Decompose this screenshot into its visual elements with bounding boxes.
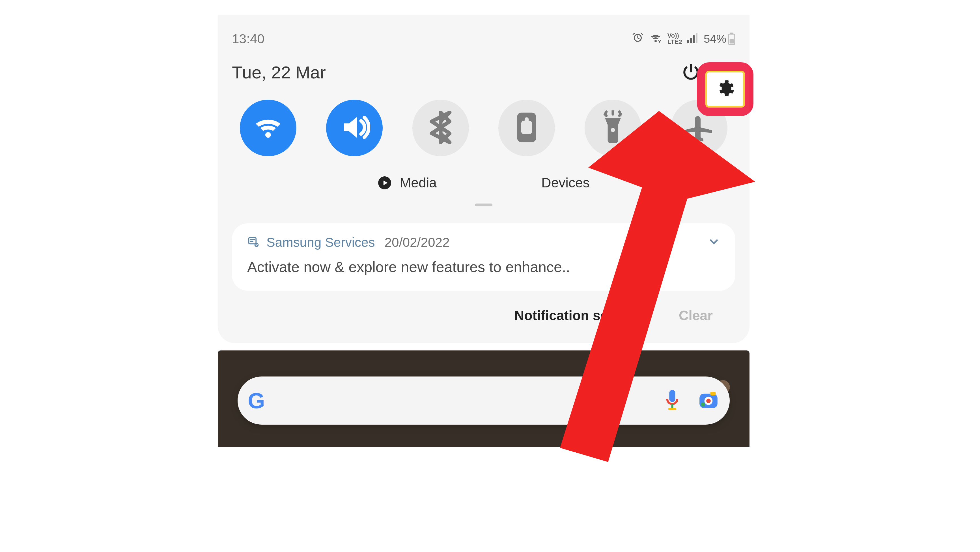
svg-rect-4 xyxy=(696,33,697,43)
toggle-bluetooth[interactable] xyxy=(412,100,469,156)
expand-notification-button[interactable] xyxy=(708,236,720,249)
svg-rect-15 xyxy=(669,390,675,402)
svg-rect-2 xyxy=(690,38,692,43)
notification-date: 20/02/2022 xyxy=(385,235,450,250)
media-label: Media xyxy=(399,175,437,190)
svg-rect-3 xyxy=(693,35,695,43)
rotation-lock-icon xyxy=(514,111,539,145)
volte-indicator: Vo))LTE2 xyxy=(668,33,682,45)
devices-label: Devices xyxy=(541,175,590,190)
shade-actions: Notification settings Clear xyxy=(232,291,735,332)
media-output-button[interactable]: Media xyxy=(377,175,437,190)
play-icon xyxy=(377,176,392,190)
notification-settings-button[interactable]: Notification settings xyxy=(514,308,645,323)
toggle-rotation-lock[interactable] xyxy=(498,100,555,156)
toggle-wifi[interactable] xyxy=(240,100,296,156)
svg-rect-10 xyxy=(525,117,528,123)
svg-rect-1 xyxy=(687,40,689,43)
annotation-highlight xyxy=(697,62,754,116)
bluetooth-icon xyxy=(428,111,453,145)
battery-indicator: 54% xyxy=(704,33,735,45)
clear-notifications-button[interactable]: Clear xyxy=(679,308,713,323)
svg-rect-20 xyxy=(702,403,705,407)
alarm-icon xyxy=(632,31,644,46)
svg-rect-19 xyxy=(710,392,716,396)
status-time: 13:40 xyxy=(232,31,264,46)
lens-button[interactable] xyxy=(697,390,719,411)
app-badge-icon xyxy=(247,236,259,249)
notification-body: Activate now & explore new features to e… xyxy=(247,258,720,276)
flashlight-icon xyxy=(599,110,627,145)
gear-icon xyxy=(715,79,735,100)
svg-point-18 xyxy=(706,399,711,403)
status-bar: 13:40 Vo))LTE2 54% xyxy=(232,29,735,49)
notification-shade: 13:40 Vo))LTE2 54% xyxy=(218,15,749,343)
toggle-sound[interactable] xyxy=(326,100,383,156)
phone-frame: 13:40 Vo))LTE2 54% xyxy=(218,15,749,538)
signal-icon xyxy=(687,31,698,46)
media-devices-row: Media Devices xyxy=(232,175,735,190)
drag-handle[interactable] xyxy=(475,204,492,206)
wifi-icon xyxy=(649,31,662,46)
svg-point-11 xyxy=(611,128,615,132)
svg-rect-7 xyxy=(730,39,734,44)
shade-header: Tue, 22 Mar xyxy=(232,61,735,83)
voice-search-button[interactable] xyxy=(664,389,681,412)
notification-app-name: Samsung Services xyxy=(266,235,375,250)
battery-percent: 54% xyxy=(704,33,726,45)
speaker-icon xyxy=(339,112,370,144)
google-search-bar[interactable]: G xyxy=(237,377,730,424)
google-logo-icon: G xyxy=(248,388,265,413)
quick-toggles xyxy=(232,100,735,156)
devices-button[interactable]: Devices xyxy=(471,175,590,190)
shade-date: Tue, 22 Mar xyxy=(232,62,326,82)
toggle-flashlight[interactable] xyxy=(585,100,641,156)
svg-rect-13 xyxy=(249,238,256,244)
wifi-icon xyxy=(253,114,284,142)
notification-card[interactable]: Samsung Services 20/02/2022 Activate now… xyxy=(232,223,735,291)
home-wallpaper: G xyxy=(218,351,749,447)
